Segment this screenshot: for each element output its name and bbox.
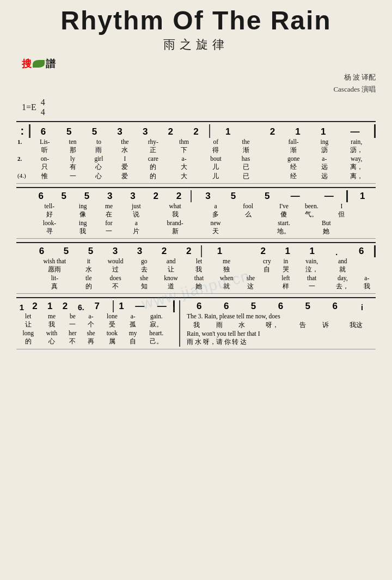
s3-n3b: 3 xyxy=(127,245,152,257)
l2b-cn-tian: 天 xyxy=(199,227,232,236)
lyric2-bout: bout xyxy=(199,155,233,162)
l2-just: just xyxy=(122,202,151,210)
lyric4-cn-jing: 经 xyxy=(275,172,311,181)
l4-be: be xyxy=(64,312,82,320)
l2b-look: look- xyxy=(29,219,70,227)
l4b-cn-bu: 不 xyxy=(64,337,82,346)
s4r-n5: 5 xyxy=(240,300,267,312)
s3-n5b: 5 xyxy=(78,245,103,257)
l4-a2: a- xyxy=(124,312,142,320)
l4-cn-shou: 受 xyxy=(100,320,124,329)
l3b-cn-yi: 一 xyxy=(296,282,327,291)
s3-n5: 5 xyxy=(54,245,78,257)
s4r-n6c: 6 xyxy=(267,300,294,312)
lyric-cn-that: 那 xyxy=(60,146,85,155)
lyrics-table-3: wish that it would go and let me cry in … xyxy=(16,257,376,291)
stave-4-left: 1 2 1 2 6. 7 1 — —| let me xyxy=(16,300,180,347)
l2b-cn-wo: 我 xyxy=(70,227,96,236)
s4-n1b: 1 xyxy=(42,300,58,312)
note-1-2: 1 xyxy=(285,124,311,138)
lyric-cn-rain: 雨 xyxy=(85,146,112,155)
lyric-ten: ten xyxy=(60,138,85,146)
notes-row-4r: 6 6 5 6 5 6 i xyxy=(186,300,376,312)
l3-me: me xyxy=(211,257,242,265)
s4-n1c: 1 xyxy=(113,300,129,312)
lyric2-cn-er: 儿 xyxy=(199,162,233,172)
credits: 杨 波 译配 Cascades 演唱 xyxy=(16,71,376,95)
lyric-cn-de: 得 xyxy=(199,146,233,155)
l4b-cn-xin: 心 xyxy=(40,337,63,346)
l2b-cn-sp xyxy=(232,227,264,236)
s2-note-3c: 3 xyxy=(191,190,222,202)
l4r-cn-yu: 雨 xyxy=(208,321,230,330)
lyric4-cn-xin: 心 xyxy=(85,172,112,181)
l2-cn-me: 么 xyxy=(232,210,264,219)
l4b-my: my xyxy=(124,329,142,337)
lyric-ing: ing xyxy=(311,138,337,146)
lyric4-cn-ai: 爱 xyxy=(113,172,138,181)
notes-row-3: 6 5 5 3 3 2 2 1 2 1 1 . 6 xyxy=(16,245,375,257)
logo-pu: 譜 xyxy=(46,57,56,70)
lyric2-a: a- xyxy=(169,155,199,162)
l2-cn-shuo: 说 xyxy=(122,210,151,219)
lyric2-has: has xyxy=(232,155,259,162)
lyric3-row1-en: wish that it would go and let me cry in … xyxy=(16,257,376,265)
l2b-brand: brand- xyxy=(151,219,199,227)
l2-tell: tell- xyxy=(29,202,70,210)
lyric-row-1-cn: 听 那 雨 水 正 下 得 渐 渐 沥 沥， xyxy=(16,146,376,155)
l4r-cn-wo: 我这 xyxy=(336,321,376,330)
lyric2-ly: ly xyxy=(60,155,85,162)
l4-a: a- xyxy=(82,312,100,320)
lyric2-girl: girl xyxy=(85,155,112,162)
title-chinese: 雨之旋律 xyxy=(16,37,376,53)
time-bottom: 4 xyxy=(41,107,45,117)
stave-1: : 6 5 5 3 3 2 2 1 2 1 1 — 1. Lis- t xyxy=(16,121,376,184)
l3-would: would xyxy=(97,257,133,265)
lyrics-table-2: tell- ing me just what a fool I've been.… xyxy=(16,202,376,236)
notes-row-2: 6 5 5 3 3 2 2 3 5 5 — — 1 xyxy=(16,190,376,202)
s4-n-bar xyxy=(105,300,113,312)
l3b-cn-wo: 我 xyxy=(358,282,376,291)
lyric3-row2-cn: 真 的 不 知 道 她 就 这 样 一 去， 我 xyxy=(16,282,376,291)
lyric-of: of xyxy=(199,138,233,146)
s4r-n6b: 6 xyxy=(213,300,240,312)
l2-cn-sha: 傻 xyxy=(264,210,304,219)
l2b-for: for xyxy=(96,219,121,227)
note-2-2: 2 xyxy=(183,124,210,138)
lyric2-cn-yuan: 远 xyxy=(311,162,337,172)
lyric4-cn-da: 大 xyxy=(169,172,199,181)
l3b-she: she xyxy=(242,274,259,282)
l3b-cn-yang: 样 xyxy=(275,282,296,291)
s4r-n6d: 6 xyxy=(321,300,348,312)
lyric2-I: I xyxy=(113,155,138,162)
s4-n7: 7 xyxy=(89,300,105,312)
lyric4r-row0: The 3. Rain, please tell me now, does xyxy=(186,312,376,321)
lyric-fall: fall- xyxy=(275,138,311,146)
arranger: 杨 波 译配 xyxy=(16,71,376,83)
l2-cn-wo: 我 xyxy=(151,210,199,219)
l3-cn-qi: 泣， xyxy=(296,265,327,274)
lyric4-cn-yi2: 已 xyxy=(232,172,259,181)
l3b-cn-de: 的 xyxy=(80,282,97,291)
l2-I2 xyxy=(353,202,376,210)
logo-sou: 搜 xyxy=(22,57,32,70)
lyric4-cn-de: 的 xyxy=(137,172,169,181)
l4r-cn-ya: 呀， xyxy=(253,321,292,330)
l3b-cn-dao: 道 xyxy=(155,282,187,291)
l2-been: been. xyxy=(304,202,320,210)
l3-vain: vain, xyxy=(296,257,327,265)
lyric-rhy: rhy- xyxy=(137,138,169,146)
l3b-cn-ta: 她 xyxy=(187,282,211,291)
l3b-cn-jiu: 就 xyxy=(211,282,242,291)
l3-let: let xyxy=(187,257,211,265)
s4r-n5b: 5 xyxy=(294,300,321,312)
l3b-a: a- xyxy=(358,274,376,282)
l3-and: and xyxy=(327,257,358,265)
s4-n2c: 2 xyxy=(58,300,73,312)
key-time: 1=E 4 4 xyxy=(22,98,376,117)
l3b-does: does xyxy=(97,274,133,282)
lyric2-care: care xyxy=(137,155,169,162)
s2-dash2: — xyxy=(312,190,347,202)
lyric2-cn-ai: 爱 xyxy=(113,162,138,172)
note-6: 6 xyxy=(29,124,56,138)
